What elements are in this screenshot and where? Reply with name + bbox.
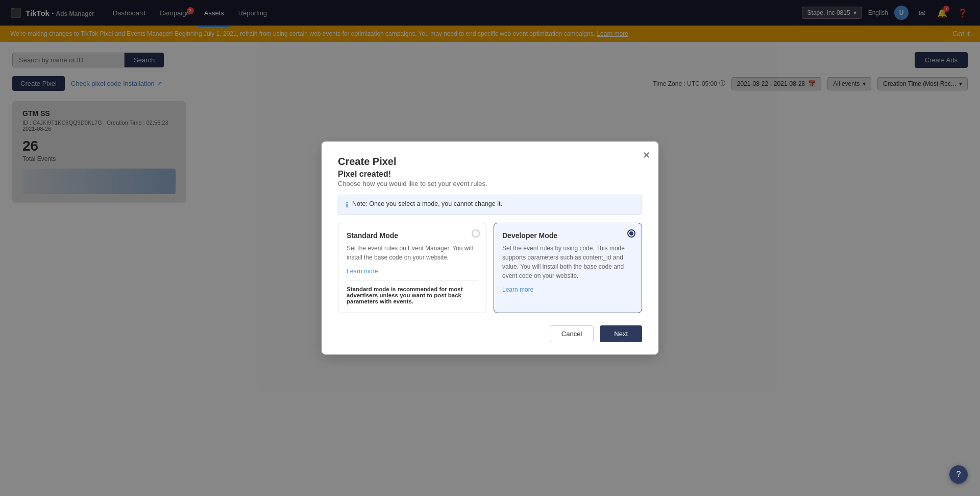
modal-overlay: ✕ Create Pixel Pixel created! Choose how…: [0, 0, 980, 221]
modal-close-button[interactable]: ✕: [643, 150, 650, 161]
info-icon: ℹ: [346, 201, 348, 209]
modal-title: Create Pixel: [338, 156, 642, 168]
modal-note: ℹ Note: Once you select a mode, you cann…: [338, 195, 642, 215]
modal-subtitle: Choose how you would like to set your ev…: [338, 180, 642, 187]
pixel-created-title: Pixel created!: [338, 170, 391, 178]
create-pixel-modal: ✕ Create Pixel Pixel created! Choose how…: [322, 141, 658, 221]
